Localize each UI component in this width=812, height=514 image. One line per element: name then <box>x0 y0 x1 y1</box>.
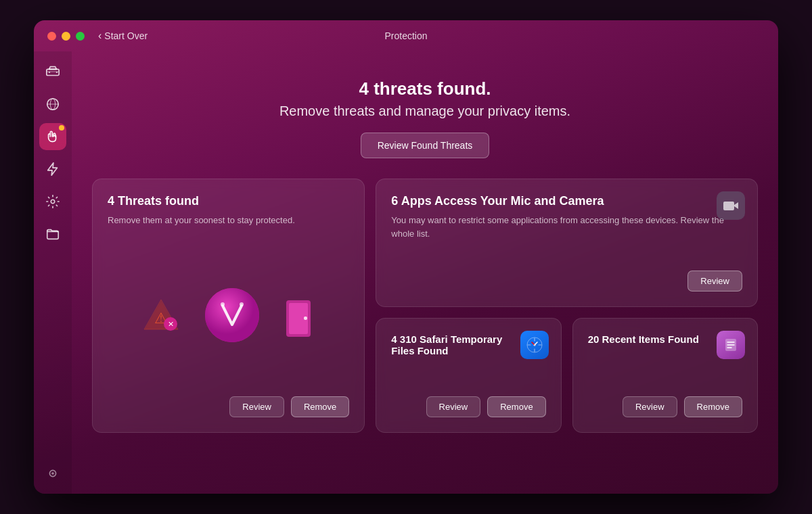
traffic-lights <box>47 32 85 41</box>
mic-camera-review-button[interactable]: Review <box>687 271 742 291</box>
title-bar: ‹ Start Over Protection <box>34 20 778 51</box>
protection-badge <box>59 125 64 131</box>
app-window: ‹ Start Over Protection <box>34 20 778 494</box>
threats-card-icons: ⚠ ✕ <box>108 227 349 397</box>
recent-items-icon <box>717 331 745 359</box>
mic-camera-card: 6 Apps Access Your Mic and Camera You ma… <box>376 179 758 307</box>
sidebar-item-globe[interactable] <box>39 91 66 118</box>
mic-camera-desc: You may want to restrict some applicatio… <box>391 214 742 240</box>
hero-title: 4 threats found. <box>92 78 758 99</box>
svg-point-11 <box>205 288 259 342</box>
recent-items-remove-button[interactable]: Remove <box>684 396 742 417</box>
mic-camera-actions: Review <box>391 260 742 291</box>
threats-review-button[interactable]: Review <box>229 396 284 417</box>
svg-point-13 <box>240 302 244 306</box>
close-button[interactable] <box>47 32 56 41</box>
minimize-button[interactable] <box>62 32 70 41</box>
back-label: Start Over <box>104 30 148 41</box>
safari-remove-button[interactable]: Remove <box>487 396 545 417</box>
sidebar-item-performance[interactable] <box>39 188 66 215</box>
back-button[interactable]: ‹ Start Over <box>98 30 148 42</box>
sidebar <box>34 51 72 494</box>
window-title: Protection <box>384 30 427 41</box>
hand-icon <box>45 129 60 144</box>
review-found-threats-button[interactable]: Review Found Threats <box>361 133 490 158</box>
main-virus-icon <box>202 285 262 345</box>
recent-items-review-button[interactable]: Review <box>623 396 677 417</box>
svg-point-12 <box>221 302 225 306</box>
settings-icon <box>45 466 60 481</box>
threats-card-title: 4 Threats found <box>108 194 349 208</box>
svg-rect-17 <box>723 202 734 210</box>
back-arrow-icon: ‹ <box>98 30 102 42</box>
svg-point-6 <box>51 472 54 475</box>
threats-card: 4 Threats found Remove them at your soon… <box>92 179 365 433</box>
svg-rect-16 <box>304 317 307 320</box>
sidebar-item-settings[interactable] <box>39 460 66 487</box>
right-cards: 6 Apps Access Your Mic and Camera You ma… <box>376 179 758 433</box>
warning-virus-icon: ⚠ ✕ <box>140 294 182 336</box>
safari-review-button[interactable]: Review <box>426 396 481 417</box>
folder-icon <box>45 227 60 241</box>
cards-grid: 4 Threats found Remove them at your soon… <box>92 179 758 433</box>
mic-camera-title: 6 Apps Access Your Mic and Camera <box>391 194 742 208</box>
main-content: 4 threats found. Remove threats and mana… <box>72 51 778 494</box>
safari-card-actions: Review Remove <box>391 386 545 417</box>
content-area: 4 threats found. Remove threats and mana… <box>34 51 778 494</box>
gear-icon <box>45 194 60 209</box>
camera-icon-badge <box>717 191 745 220</box>
recent-items-actions: Review Remove <box>588 386 742 417</box>
sidebar-item-files[interactable] <box>39 220 66 248</box>
sidebar-item-lightning[interactable] <box>39 156 66 183</box>
sidebar-item-protection[interactable] <box>39 123 66 150</box>
hard-drive-icon <box>45 64 60 79</box>
hero-subtitle: Remove threats and manage your privacy i… <box>92 103 758 119</box>
threats-card-actions: Review Remove <box>108 396 349 417</box>
lightning-icon <box>45 162 60 177</box>
recent-items-card: 20 Recent Items Found Review Remove <box>572 318 758 433</box>
hero-section: 4 threats found. Remove threats and mana… <box>92 65 758 179</box>
door-icon <box>282 298 317 333</box>
sidebar-item-hard-drive[interactable] <box>39 58 66 85</box>
safari-card: 4 310 Safari Temporary Files Found Revie… <box>376 318 561 433</box>
threats-remove-button[interactable]: Remove <box>291 396 349 417</box>
svg-text:✕: ✕ <box>167 320 173 328</box>
globe-icon <box>45 97 60 112</box>
svg-point-4 <box>51 200 55 204</box>
bottom-cards: 4 310 Safari Temporary Files Found Revie… <box>376 318 758 433</box>
threats-card-desc: Remove them at your soonest to stay prot… <box>108 214 349 227</box>
maximize-button[interactable] <box>76 32 85 41</box>
safari-icon <box>520 331 549 359</box>
